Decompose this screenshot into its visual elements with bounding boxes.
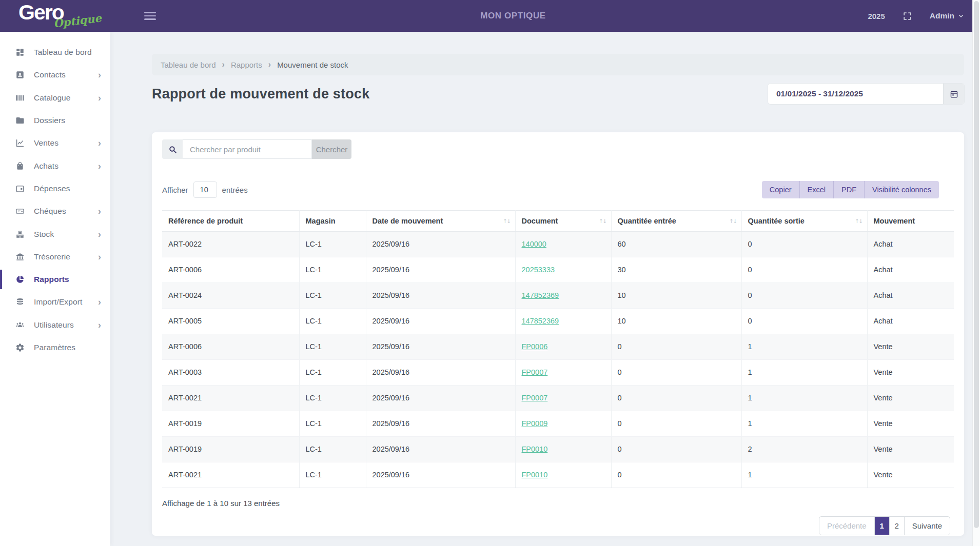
sidebar-item-parametres[interactable]: Paramètres (0, 336, 110, 359)
column-header-qty-entree[interactable]: Quantitée entrée↑↓ (611, 211, 741, 232)
cell-magasin: LC-1 (299, 386, 366, 411)
app-logo[interactable]: Gero Optique (0, 0, 110, 32)
column-header-date-mouvement[interactable]: Date de mouvement↑↓ (366, 211, 515, 232)
calendar-button[interactable] (943, 84, 964, 104)
top-header: Gero Optique MON OPTIQUE 2025 Admin (0, 0, 972, 32)
document-link[interactable]: 140000 (522, 240, 546, 248)
cell-date-mouvement: 2025/09/16 (366, 309, 515, 334)
sidebar-item-rapports[interactable]: Rapports (0, 268, 110, 291)
sort-icon: ↑↓ (599, 218, 606, 224)
cell-reference: ART-0005 (162, 309, 299, 334)
page-length-input[interactable] (193, 181, 217, 198)
search-icon (162, 139, 183, 159)
column-header-qty-sortie[interactable]: Quantitée sortie↑↓ (741, 211, 867, 232)
boxes-icon (15, 229, 25, 239)
sidebar-item-label: Chéques (34, 207, 66, 216)
sidebar-item-utilisateurs[interactable]: Utilisateurs › (0, 314, 110, 336)
export-excel-button[interactable]: Excel (799, 181, 833, 198)
breadcrumb-item: Mouvement de stock (277, 60, 348, 69)
breadcrumb-item[interactable]: Rapports (231, 60, 262, 69)
cell-qty-entree: 0 (611, 360, 741, 386)
sidebar-item-label: Utilisateurs (34, 320, 74, 330)
table-controls: Afficher entrées CopierExcelPDFVisibilit… (162, 180, 954, 199)
main-content: Tableau de bord›Rapports›Mouvement de st… (110, 32, 972, 546)
pagination-prev[interactable]: Précédente (819, 517, 874, 535)
sidebar-item-catalogue[interactable]: Catalogue › (0, 87, 110, 109)
export-colvis-button[interactable]: Visibilité colonnes (864, 181, 939, 198)
pagination-next[interactable]: Suivante (904, 517, 950, 535)
search-input[interactable] (183, 139, 312, 159)
document-link[interactable]: FP0010 (522, 445, 548, 453)
search-button[interactable]: Chercher (312, 139, 351, 159)
export-button-group: CopierExcelPDFVisibilité colonnes (762, 181, 939, 198)
cell-date-mouvement: 2025/09/16 (366, 334, 515, 360)
breadcrumb-separator-icon: › (222, 60, 225, 69)
cell-date-mouvement: 2025/09/16 (366, 462, 515, 488)
document-link[interactable]: FP0009 (522, 419, 548, 428)
users-icon (15, 320, 25, 330)
cell-magasin: LC-1 (299, 437, 366, 462)
document-link[interactable]: FP0006 (522, 342, 548, 351)
calendar-icon (950, 90, 958, 98)
wallet-icon (15, 184, 25, 194)
breadcrumb-item[interactable]: Tableau de bord (161, 60, 216, 69)
sidebar-item-contacts[interactable]: Contacts › (0, 64, 110, 86)
document-link[interactable]: 147852369 (522, 291, 559, 299)
column-header-document[interactable]: Document↑↓ (515, 211, 611, 232)
chevron-right-icon: › (98, 297, 101, 307)
sidebar-item-tresorerie[interactable]: Trésorerie › (0, 246, 110, 268)
column-header-reference: Référence de produit (162, 211, 299, 232)
sidebar-item-depenses[interactable]: Dépenses (0, 177, 110, 200)
fullscreen-icon[interactable] (903, 11, 912, 21)
pagination-page-2[interactable]: 2 (889, 517, 904, 535)
sidebar-item-stock[interactable]: Stock › (0, 223, 110, 245)
cell-document: FP0010 (515, 462, 611, 488)
sidebar-item-ventes[interactable]: Ventes › (0, 132, 110, 154)
barcode-icon (15, 93, 25, 103)
user-menu[interactable]: Admin (930, 11, 964, 21)
cell-reference: ART-0006 (162, 334, 299, 360)
table-row: ART-0022LC-12025/09/16140000600Achat (162, 232, 954, 257)
cell-mouvement: Vente (867, 437, 954, 462)
chevron-right-icon: › (98, 138, 101, 148)
document-link[interactable]: FP0007 (522, 368, 548, 376)
export-copy-button[interactable]: Copier (762, 181, 799, 198)
document-link[interactable]: FP0007 (522, 394, 548, 402)
sidebar-item-tableau-de-bord[interactable]: Tableau de bord (0, 41, 110, 64)
cheque-icon (15, 206, 25, 216)
cell-qty-sortie: 0 (741, 283, 867, 309)
chevron-right-icon: › (98, 93, 101, 103)
menu-toggle-icon[interactable] (144, 12, 156, 20)
cell-qty-entree: 0 (611, 411, 741, 437)
bank-icon (15, 252, 25, 262)
table-row: ART-0006LC-12025/09/1620253333300Achat (162, 257, 954, 283)
year-selector[interactable]: 2025 (868, 12, 885, 21)
cell-mouvement: Achat (867, 283, 954, 309)
cell-mouvement: Achat (867, 309, 954, 334)
document-link[interactable]: FP0010 (522, 471, 548, 479)
sidebar-item-import-export[interactable]: Import/Export › (0, 291, 110, 313)
sidebar-item-achats[interactable]: Achats › (0, 154, 110, 177)
sidebar-nav: Tableau de bord Contacts › Catalogue › D… (0, 32, 110, 546)
cell-qty-sortie: 1 (741, 386, 867, 411)
sidebar-item-dossiers[interactable]: Dossiers (0, 109, 110, 132)
scrollbar[interactable] (972, 0, 980, 546)
sidebar-item-label: Tableau de bord (34, 48, 92, 57)
sidebar-item-label: Ventes (34, 138, 58, 148)
document-link[interactable]: 20253333 (522, 266, 555, 274)
stock-movement-table: Référence de produitMagasinDate de mouve… (162, 210, 954, 488)
date-range-input[interactable] (768, 84, 943, 104)
cell-magasin: LC-1 (299, 360, 366, 386)
export-pdf-button[interactable]: PDF (833, 181, 864, 198)
scrollbar-thumb[interactable] (974, 1, 979, 528)
chevron-right-icon: › (98, 161, 101, 171)
document-link[interactable]: 147852369 (522, 317, 559, 325)
cell-qty-sortie: 1 (741, 334, 867, 360)
pagination: Précédente 12Suivante (819, 516, 950, 535)
table-info: Affichage de 1 à 10 sur 13 entrées (162, 499, 954, 508)
sidebar-item-cheques[interactable]: Chéques › (0, 200, 110, 223)
line-chart-icon (15, 138, 25, 148)
page-length-prefix: Afficher (162, 186, 188, 194)
pagination-page-1[interactable]: 1 (874, 517, 889, 535)
table-row: ART-0021LC-12025/09/16FP001001Vente (162, 462, 954, 488)
